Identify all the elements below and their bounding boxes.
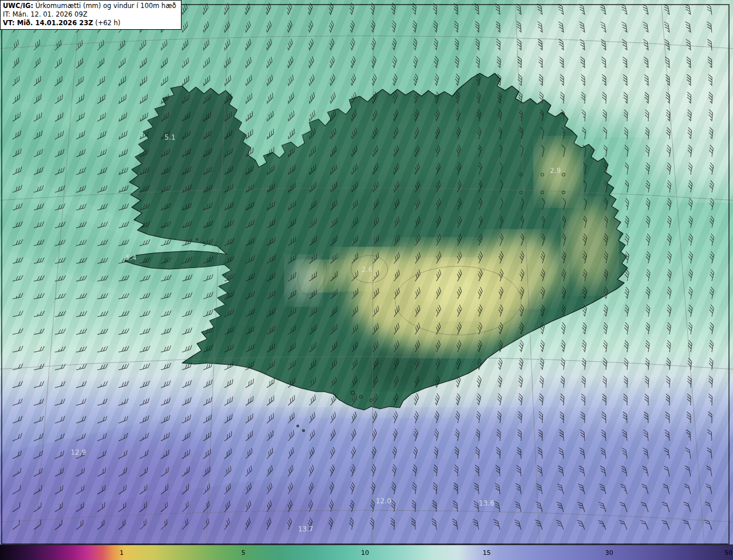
map-area [0, 0, 733, 545]
colorbar-tick: 50 [724, 549, 732, 557]
map-info-box: UWC/IG: Úrkomumætti (mm) og vindur í 100… [0, 0, 182, 30]
colorbar-tick: 15 [483, 549, 491, 557]
info-line-vt: VT: Mið. 14.01.2026 23Z (+62 h) [3, 19, 176, 27]
model-label: UWC/IG: [3, 2, 33, 10]
valid-time-offset: (+62 h) [93, 19, 120, 27]
map-canvas [0, 0, 733, 545]
info-line-it: IT: Mán. 12. 01. 2026 09Z [3, 10, 176, 19]
valid-time: VT: Mið. 14.01.2026 23Z [3, 19, 93, 27]
weather-map-page: 6.09.97.05.12.95.42.612.912.013.613.7 UW… [0, 0, 733, 560]
colorbar-tick: 1 [120, 549, 124, 557]
map-title: Úrkomumætti (mm) og vindur í 100m hæð [33, 2, 176, 10]
colorbar-tick: 5 [241, 549, 245, 557]
info-line-title: UWC/IG: Úrkomumætti (mm) og vindur í 100… [3, 2, 176, 10]
colorbar-tick: 10 [361, 549, 369, 557]
colorbar-tick: 30 [605, 549, 613, 557]
precip-colorbar: 1510153050 [0, 545, 733, 560]
